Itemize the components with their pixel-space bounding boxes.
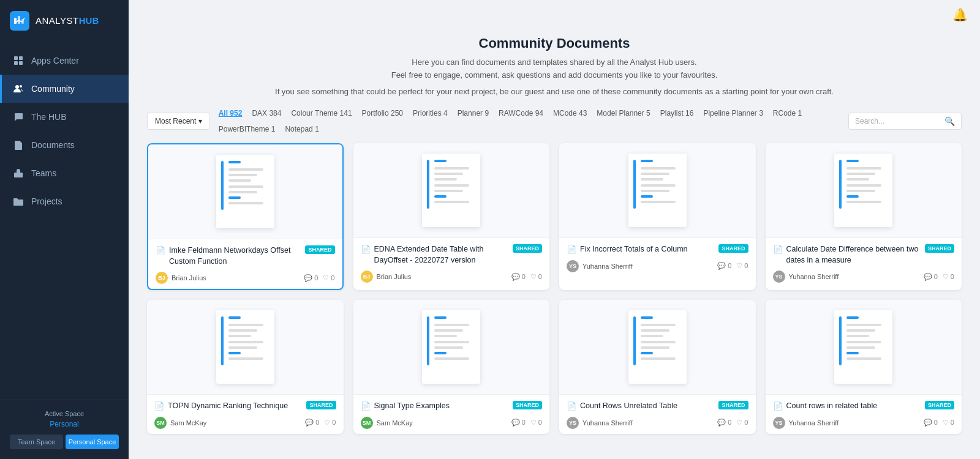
preview-line	[846, 190, 875, 192]
active-space-value: Personal	[10, 420, 119, 428]
filter-tag-11[interactable]: RCode 1	[771, 108, 804, 119]
preview-line	[641, 167, 676, 170]
doc-card-5[interactable]: 📄 TOPN Dynamic Ranking Technique SHARED …	[147, 300, 344, 434]
filter-tag-2[interactable]: Colour Theme 141	[288, 108, 354, 119]
filter-tag-9[interactable]: Playlist 16	[658, 108, 696, 119]
filter-tag-3[interactable]: Portfolio 250	[360, 108, 405, 119]
notification-bell-button[interactable]: 🔔	[952, 7, 968, 22]
preview-line	[434, 195, 447, 198]
preview-line	[846, 160, 859, 162]
preview-line	[228, 341, 263, 343]
filter-tag-5[interactable]: Planner 9	[455, 108, 491, 119]
personal-space-button[interactable]: Personal Space	[66, 435, 119, 449]
sidebar-item-label: Apps Center	[31, 56, 79, 65]
author-name: Yuhanna Sherriff	[582, 419, 633, 427]
avatar: BJ	[361, 271, 373, 283]
preview-line	[434, 329, 463, 332]
filter-tag-6[interactable]: RAWCode 94	[496, 108, 546, 119]
filter-tag-8[interactable]: Model Planner 5	[594, 108, 652, 119]
preview-line	[641, 184, 676, 187]
preview-line	[641, 195, 653, 198]
comment-stat: 💬 0	[717, 262, 731, 270]
search-input[interactable]	[855, 117, 941, 125]
teams-icon	[13, 168, 24, 179]
sidebar-item-the-hub[interactable]: The HUB	[0, 103, 129, 131]
header-line1: Here you can find documents and template…	[153, 56, 956, 69]
author-name: Brian Julius	[172, 274, 206, 282]
like-stat: ♡ 0	[736, 419, 748, 427]
preview-line	[228, 352, 241, 354]
preview-line	[228, 185, 263, 188]
doc-thumbnail	[353, 300, 550, 395]
sidebar-item-projects[interactable]: Projects	[0, 187, 129, 215]
filter-tag-0[interactable]: All 952	[216, 108, 245, 119]
author-row: YS Yuhanna Sherriff	[567, 260, 633, 272]
svg-point-7	[15, 85, 19, 89]
preview-line	[228, 191, 257, 193]
sidebar-item-community[interactable]: Community	[0, 75, 129, 103]
doc-file-icon: 📄	[567, 245, 576, 254]
filter-tag-7[interactable]: MCode 43	[551, 108, 589, 119]
preview-line	[846, 167, 881, 170]
preview-line	[846, 346, 875, 349]
sidebar-item-apps-center[interactable]: Apps Center	[0, 47, 129, 75]
accent-line	[221, 161, 224, 210]
comment-stat: 💬 0	[924, 419, 938, 427]
doc-card-body: 📄 TOPN Dynamic Ranking Technique SHARED …	[147, 395, 344, 434]
doc-stats: 💬 0 ♡ 0	[305, 419, 336, 427]
doc-thumbnail	[559, 143, 756, 238]
preview-line	[228, 357, 263, 360]
sidebar-item-documents[interactable]: Documents	[0, 131, 129, 159]
doc-card-4[interactable]: 📄 Calculate Date Difference between two …	[766, 143, 962, 290]
accent-line	[221, 316, 224, 365]
svg-rect-3	[14, 56, 18, 60]
shared-badge: SHARED	[306, 401, 336, 409]
like-stat: ♡ 0	[530, 419, 542, 427]
doc-card-1[interactable]: 📄 Imke Feldmann Networkdays Offset Custo…	[147, 143, 344, 290]
doc-card-6[interactable]: 📄 Signal Type Examples SHARED SM Sam McK…	[353, 300, 550, 434]
filter-tags: All 952DAX 384Colour Theme 141Portfolio …	[216, 108, 842, 135]
header-line3: If you see something that could be perfe…	[153, 86, 956, 99]
doc-meta: YS Yuhanna Sherriff 💬 0 ♡ 0	[567, 417, 748, 429]
doc-title-row: 📄 TOPN Dynamic Ranking Technique SHARED	[154, 401, 336, 412]
space-toggle: Team Space Personal Space	[10, 435, 119, 449]
doc-card-body: 📄 Fix Incorrect Totals of a Column SHARE…	[559, 238, 756, 277]
accent-line	[427, 316, 429, 365]
preview-line	[228, 316, 241, 319]
doc-thumbnail	[559, 300, 756, 395]
sidebar-item-label: Community	[31, 84, 75, 94]
author-name: Yuhanna Sherriff	[789, 273, 839, 280]
team-space-button[interactable]: Team Space	[10, 435, 63, 449]
preview-line	[434, 346, 463, 349]
author-row: BJ Brian Julius	[156, 272, 206, 284]
doc-card-3[interactable]: 📄 Fix Incorrect Totals of a Column SHARE…	[559, 143, 756, 290]
accent-line	[839, 316, 842, 365]
filter-tag-10[interactable]: Pipeline Planner 3	[701, 108, 765, 119]
doc-card-8[interactable]: 📄 Count rows in related table SHARED YS …	[766, 300, 962, 434]
preview-line	[641, 173, 669, 175]
doc-card-2[interactable]: 📄 EDNA Extended Date Table with DayOffse…	[353, 143, 550, 290]
doc-stats: 💬 0 ♡ 0	[304, 274, 334, 282]
avatar: YS	[567, 260, 579, 272]
preview-line	[641, 346, 669, 349]
doc-meta: BJ Brian Julius 💬 0 ♡ 0	[156, 272, 335, 284]
doc-stats: 💬 0 ♡ 0	[511, 419, 542, 427]
the-hub-icon	[13, 111, 24, 122]
sidebar-item-teams[interactable]: Teams	[0, 159, 129, 187]
filter-tag-4[interactable]: Priorities 4	[410, 108, 450, 119]
filter-tag-13[interactable]: Notepad 1	[282, 124, 321, 135]
accent-line	[633, 160, 636, 209]
doc-meta: YS Yuhanna Sherriff 💬 0 ♡ 0	[567, 260, 748, 272]
filter-tag-12[interactable]: PowerBITheme 1	[216, 124, 278, 135]
preview-line	[846, 352, 859, 354]
preview-line	[434, 316, 447, 319]
doc-title-row: 📄 Count Rows Unrelated Table SHARED	[567, 401, 748, 412]
filter-tag-1[interactable]: DAX 384	[249, 108, 284, 119]
doc-meta: YS Yuhanna Sherriff 💬 0 ♡ 0	[773, 417, 955, 429]
most-recent-button[interactable]: Most Recent ▾	[147, 113, 210, 130]
doc-card-7[interactable]: 📄 Count Rows Unrelated Table SHARED YS Y…	[559, 300, 756, 434]
doc-title: Fix Incorrect Totals of a Column	[580, 244, 715, 255]
preview-line	[641, 352, 653, 354]
sidebar-item-label: The HUB	[31, 112, 67, 122]
comment-stat: 💬 0	[304, 274, 318, 282]
